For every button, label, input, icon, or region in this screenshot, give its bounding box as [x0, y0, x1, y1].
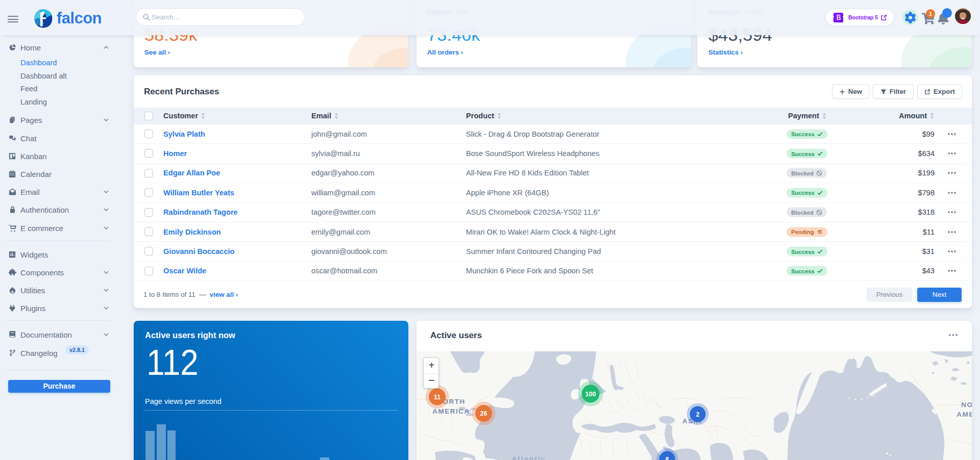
- svg-text:2: 2: [696, 411, 700, 418]
- svg-text:Atlantic: Atlantic: [511, 455, 546, 460]
- svg-text:8: 8: [666, 456, 669, 460]
- svg-text:AMERICA: AMERICA: [957, 411, 972, 418]
- svg-text:AMERICA: AMERICA: [432, 407, 470, 415]
- svg-text:NORTH: NORTH: [961, 401, 972, 408]
- svg-text:26: 26: [480, 410, 487, 417]
- svg-text:100: 100: [585, 391, 596, 398]
- svg-text:11: 11: [434, 394, 440, 401]
